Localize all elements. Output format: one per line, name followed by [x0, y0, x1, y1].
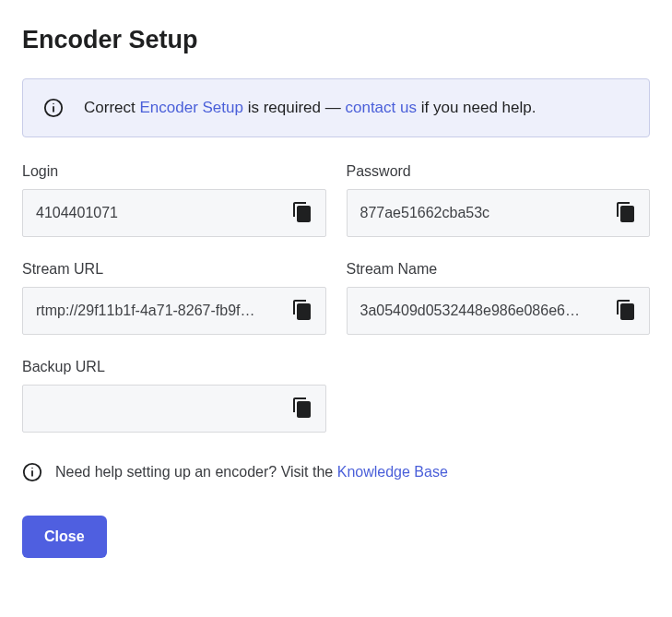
copy-icon	[291, 299, 313, 324]
alert-prefix: Correct	[84, 99, 139, 116]
contact-us-link[interactable]: contact us	[345, 99, 417, 116]
copy-icon	[615, 201, 637, 226]
stream-url-value: rtmp://29f11b1f-4a71-8267-fb9f…	[36, 303, 289, 319]
copy-icon	[615, 299, 637, 324]
stream-name-value: 3a05409d0532448e986e086e6…	[360, 303, 613, 319]
copy-stream-name-button[interactable]	[612, 297, 640, 325]
fields-grid: Login 4104401071 Password 877ae51662cba5…	[22, 163, 650, 433]
stream-name-field: Stream Name 3a05409d0532448e986e086e6…	[347, 261, 651, 335]
close-button[interactable]: Close	[22, 516, 107, 558]
copy-backup-url-button[interactable]	[289, 395, 316, 422]
alert-text: Correct Encoder Setup is required — cont…	[84, 99, 536, 117]
login-field: Login 4104401071	[22, 163, 326, 237]
stream-name-box: 3a05409d0532448e986e086e6…	[347, 287, 651, 335]
help-prefix: Need help setting up an encoder? Visit t…	[55, 464, 337, 480]
backup-url-field: Backup URL	[22, 359, 326, 433]
copy-password-button[interactable]	[612, 199, 640, 227]
password-value: 877ae51662cba53c	[360, 205, 613, 221]
stream-url-field: Stream URL rtmp://29f11b1f-4a71-8267-fb9…	[22, 261, 326, 335]
knowledge-base-link[interactable]: Knowledge Base	[337, 464, 448, 480]
alert-suffix: if you need help.	[417, 99, 536, 116]
login-label: Login	[22, 163, 326, 180]
page-title: Encoder Setup	[22, 26, 650, 54]
alert-middle: is required —	[243, 99, 346, 116]
password-label: Password	[347, 163, 651, 180]
alert-box: Correct Encoder Setup is required — cont…	[22, 78, 650, 137]
svg-point-5	[31, 468, 32, 469]
backup-url-label: Backup URL	[22, 359, 326, 375]
password-field: Password 877ae51662cba53c	[347, 163, 651, 237]
copy-icon	[291, 201, 313, 226]
svg-point-2	[53, 103, 53, 104]
help-text: Need help setting up an encoder? Visit t…	[55, 464, 448, 481]
password-box: 877ae51662cba53c	[347, 189, 651, 237]
info-icon	[22, 462, 42, 482]
stream-name-label: Stream Name	[347, 261, 651, 278]
encoder-setup-link[interactable]: Encoder Setup	[139, 99, 242, 116]
info-icon	[43, 98, 64, 118]
login-value: 4104401071	[36, 205, 289, 221]
backup-url-box	[22, 385, 326, 433]
copy-login-button[interactable]	[289, 199, 316, 227]
copy-stream-url-button[interactable]	[289, 297, 316, 325]
help-row: Need help setting up an encoder? Visit t…	[22, 462, 650, 482]
login-box: 4104401071	[22, 189, 326, 237]
stream-url-box: rtmp://29f11b1f-4a71-8267-fb9f…	[22, 287, 326, 335]
copy-icon	[291, 397, 313, 421]
stream-url-label: Stream URL	[22, 261, 326, 278]
